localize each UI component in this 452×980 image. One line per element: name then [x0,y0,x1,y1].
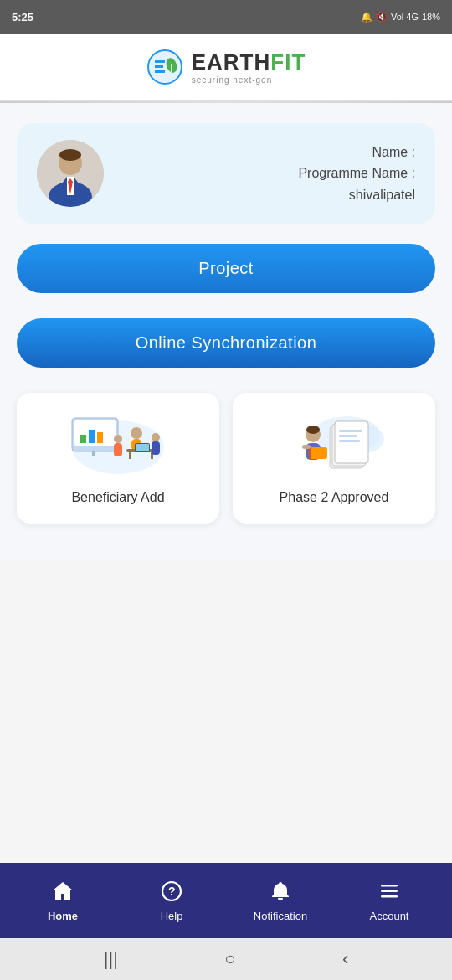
bell-icon [269,879,292,906]
nav-help[interactable]: ? Help [138,879,205,922]
nav-home[interactable]: Home [29,879,96,922]
avatar [37,140,104,207]
svg-point-8 [59,149,81,161]
profile-info: Name : Programme Name : shivalipatel [121,142,415,206]
logo-earth: EARTH [192,49,271,75]
main-content: Name : Programme Name : shivalipatel Pro… [0,103,452,560]
svg-rect-29 [114,443,122,456]
profile-card: Name : Programme Name : shivalipatel [17,123,435,224]
status-bar: 5:25 🔔 🔇 Vol 4G 18% [0,0,452,34]
profile-username: shivalipatel [121,184,415,206]
svg-rect-45 [302,445,311,449]
beneficiary-add-label: Beneficiary Add [71,488,164,507]
svg-point-28 [114,435,122,443]
svg-rect-24 [129,452,131,459]
svg-rect-31 [152,441,160,455]
svg-rect-19 [97,432,103,443]
svg-rect-48 [381,885,398,887]
svg-rect-1 [155,60,165,63]
svg-rect-50 [381,895,398,898]
svg-point-21 [131,427,142,439]
battery-text: 18% [422,12,440,22]
home-icon [51,879,74,906]
svg-rect-37 [339,430,362,432]
project-button[interactable]: Project [17,244,435,293]
phase2-approved-card[interactable]: Phase 2 Approved [233,393,435,524]
status-time: 5:25 [12,11,33,23]
svg-rect-20 [92,451,95,456]
svg-rect-2 [155,65,163,68]
svg-rect-39 [339,440,360,442]
signal-text: Vol 4G [391,12,419,22]
system-nav: ||| ○ ‹ [0,938,452,980]
profile-name-line: Name : [121,142,415,163]
bottom-nav: Home ? Help Notification Account [0,863,452,938]
logo: EARTHFIT securing next-gen [146,49,306,85]
nav-home-label: Home [48,910,78,922]
beneficiary-illustration [68,410,168,477]
nav-account[interactable]: Account [356,879,423,922]
phase2-approved-label: Phase 2 Approved [280,488,389,507]
account-icon [378,879,401,906]
back-button[interactable]: ‹ [342,948,348,970]
svg-rect-49 [381,890,398,892]
beneficiary-add-card[interactable]: Beneficiary Add [17,393,219,524]
logo-icon [146,49,183,85]
help-icon: ? [160,879,183,906]
nav-help-label: Help [161,910,183,922]
svg-rect-43 [309,447,327,459]
nav-notification[interactable]: Notification [247,879,314,922]
svg-rect-44 [309,447,311,459]
sync-button[interactable]: Online Synchronization [17,318,435,368]
logo-text: EARTHFIT securing next-gen [192,49,306,85]
app-header: EARTHFIT securing next-gen [0,34,452,101]
home-button[interactable]: ○ [224,948,235,970]
logo-fit: FIT [270,49,306,75]
svg-point-41 [306,426,320,434]
svg-rect-3 [155,70,165,73]
avatar-container [37,140,104,207]
svg-rect-18 [89,430,95,443]
mute-icon: 🔇 [376,12,388,23]
logo-name: EARTHFIT [192,49,306,75]
profile-program-line: Programme Name : [121,162,415,184]
nav-notification-label: Notification [254,910,307,922]
status-icons: 🔔 🔇 Vol 4G 18% [361,12,440,23]
cards-grid: Beneficiary Add [17,393,435,524]
menu-button[interactable]: ||| [104,948,118,970]
svg-point-30 [152,433,160,441]
phase2-illustration [284,410,384,477]
svg-text:?: ? [168,885,176,898]
alarm-icon: 🔔 [361,12,372,23]
svg-rect-27 [136,444,149,451]
logo-tagline: securing next-gen [192,75,306,85]
svg-rect-17 [80,435,86,443]
svg-rect-38 [339,435,357,437]
nav-account-label: Account [370,910,409,922]
